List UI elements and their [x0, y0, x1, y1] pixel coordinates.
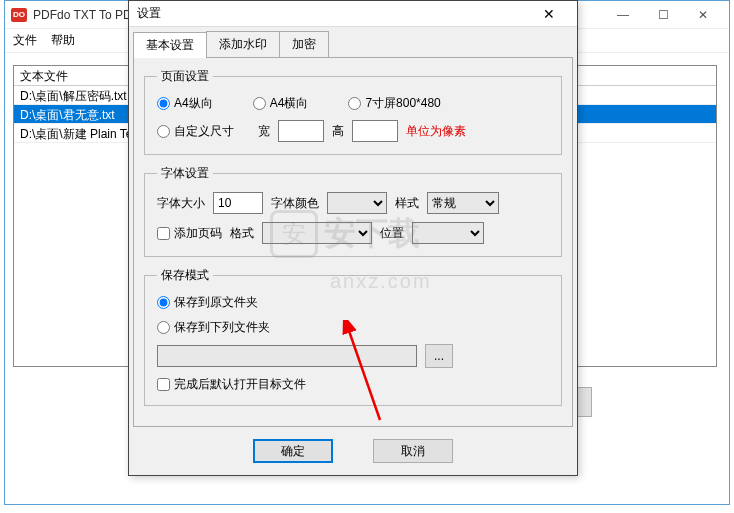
- tab-basic[interactable]: 基本设置: [133, 32, 207, 58]
- radio-save-same[interactable]: 保存到原文件夹: [157, 294, 258, 311]
- add-pagenum-check[interactable]: 添加页码: [157, 225, 222, 242]
- height-input[interactable]: [352, 120, 398, 142]
- font-color-select[interactable]: [327, 192, 387, 214]
- save-path-input[interactable]: [157, 345, 417, 367]
- tab-body: 页面设置 A4纵向 A4横向 7寸屏800*480 自定义尺寸 宽 高 单位为像…: [133, 57, 573, 427]
- tab-encrypt[interactable]: 加密: [279, 31, 329, 57]
- close-button[interactable]: ✕: [683, 2, 723, 28]
- dialog-title: 设置: [137, 5, 529, 22]
- radio-custom-size[interactable]: 自定义尺寸: [157, 123, 234, 140]
- menu-help[interactable]: 帮助: [51, 32, 75, 49]
- pagenum-format-label: 格式: [230, 225, 254, 242]
- pagenum-format-select[interactable]: [262, 222, 372, 244]
- radio-a4-portrait[interactable]: A4纵向: [157, 95, 213, 112]
- ok-button[interactable]: 确定: [253, 439, 333, 463]
- font-settings-legend: 字体设置: [157, 165, 213, 182]
- width-label: 宽: [258, 123, 270, 140]
- font-color-label: 字体颜色: [271, 195, 319, 212]
- font-style-select[interactable]: 常规: [427, 192, 499, 214]
- menu-file[interactable]: 文件: [13, 32, 37, 49]
- tab-watermark[interactable]: 添加水印: [206, 31, 280, 57]
- width-input[interactable]: [278, 120, 324, 142]
- font-size-label: 字体大小: [157, 195, 205, 212]
- font-settings-group: 字体设置 字体大小 字体颜色 样式 常规 添加页码 格式 位置: [144, 165, 562, 257]
- font-style-label: 样式: [395, 195, 419, 212]
- tab-strip: 基本设置 添加水印 加密: [129, 27, 577, 57]
- dialog-titlebar: 设置 ✕: [129, 1, 577, 27]
- save-mode-legend: 保存模式: [157, 267, 213, 284]
- radio-a4-landscape[interactable]: A4横向: [253, 95, 309, 112]
- maximize-button[interactable]: ☐: [643, 2, 683, 28]
- pagenum-position-select[interactable]: [412, 222, 484, 244]
- minimize-button[interactable]: —: [603, 2, 643, 28]
- unit-hint: 单位为像素: [406, 123, 466, 140]
- app-icon: DO: [11, 8, 27, 22]
- font-size-input[interactable]: [213, 192, 263, 214]
- pagenum-position-label: 位置: [380, 225, 404, 242]
- browse-button[interactable]: ...: [425, 344, 453, 368]
- cancel-button[interactable]: 取消: [373, 439, 453, 463]
- open-after-check[interactable]: 完成后默认打开目标文件: [157, 376, 306, 393]
- radio-7inch[interactable]: 7寸屏800*480: [348, 95, 440, 112]
- save-mode-group: 保存模式 保存到原文件夹 保存到下列文件夹 ... 完成后默认打开目标文件: [144, 267, 562, 406]
- settings-dialog: 设置 ✕ 基本设置 添加水印 加密 页面设置 A4纵向 A4横向 7寸屏800*…: [128, 0, 578, 476]
- dialog-close-button[interactable]: ✕: [529, 2, 569, 26]
- radio-save-to[interactable]: 保存到下列文件夹: [157, 319, 270, 336]
- page-settings-legend: 页面设置: [157, 68, 213, 85]
- page-settings-group: 页面设置 A4纵向 A4横向 7寸屏800*480 自定义尺寸 宽 高 单位为像…: [144, 68, 562, 155]
- height-label: 高: [332, 123, 344, 140]
